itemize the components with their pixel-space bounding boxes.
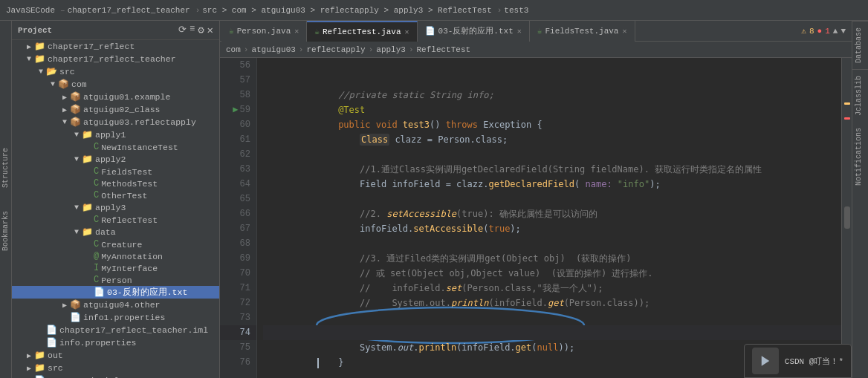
tree-item[interactable]: 📄 info1.properties [12,311,219,324]
reflecttest-tab-icon: ☕ [314,27,320,36]
tree-item[interactable]: C OtherTest [12,189,219,201]
fieldstest-tab-label: FieldsTest.java [545,27,618,36]
txt-tab-icon: 📄 [425,26,435,36]
tree-item[interactable]: C ReflectTest [12,214,219,226]
tree-label: NewInstanceTest [101,143,178,152]
database-tab[interactable]: Database [852,21,868,69]
warning-triangle-icon: ⚠ [801,26,806,36]
sidebar-title: Project [18,26,52,35]
reflecttest-tab-close[interactable]: ✕ [405,27,409,36]
tab-fieldstest[interactable]: ☕ FieldsTest.java ✕ [530,21,635,42]
tree-item-selected[interactable]: 📄 03-反射的应用.txt [12,286,219,299]
fieldstest-tab-close[interactable]: ✕ [622,27,626,36]
reflecttest-tab-label: ReflectTest.java [323,27,401,36]
code-line-59: public void test3() throws Exception { [263,102,841,117]
play-button[interactable] [752,348,779,374]
bookmarks-tab[interactable]: Bookmarks [1,211,10,251]
person-tab-icon: ☕ [229,26,234,36]
tree-label: info.properties [59,338,137,348]
file-name: chapter17_reflect_teacher [68,6,190,15]
tree-label: out [48,351,63,360]
code-line-73: infoField.set(null,"我是一个人"); [263,310,841,325]
sidebar-header: Project ⟳ ≡ ⚙ ✕ [12,21,219,40]
play-icon [759,354,772,368]
tab-person[interactable]: ☕ Person.java ✕ [221,21,307,42]
tree-item[interactable]: C FieldsTest [12,166,219,177]
breadcrumb-part: ReflectTest [417,45,471,54]
person-tab-close[interactable]: ✕ [294,27,299,36]
person-tab-label: Person.java [237,27,291,36]
tree-label: chapter17_reflect_teacher.iml [59,325,208,335]
tree-label: FieldsTest [101,167,152,177]
tree-item[interactable]: ▶ 📦 atguigu01.example [12,91,219,103]
tree-item[interactable]: ▼ 📁 apply3 [12,201,219,214]
code-line-62: //1.通过Class实例调用getDeclaredField(String f… [263,147,841,162]
code-line-70: // infoField.set(Person.class,"我是一个人"); [263,266,841,281]
tree-item[interactable]: 📄 info.properties [12,336,219,349]
warning-count: 8 [809,27,814,36]
tree-label: data [95,227,116,237]
code-content[interactable]: //private static String info; @Test publ… [257,58,841,378]
tree-item[interactable]: C MethodsTest [12,177,219,189]
jclasslib-tab[interactable]: Jclasslib [852,69,868,122]
tree-item[interactable]: ▼ 📂 src [12,65,219,78]
project-sidebar: Project ⟳ ≡ ⚙ ✕ ▶ 📁 chapter17_reflect ▼ … [12,21,220,378]
tree-item[interactable]: ▶ 📁 chapter17_reflect [12,40,219,53]
tree-item[interactable]: ▶ 📁 out [12,349,219,362]
tree-label: src [48,363,63,373]
tree-label: Person [101,276,132,285]
up-arrow-icon[interactable]: ▲ [833,27,838,36]
sync-icon[interactable]: ⟳ [178,24,187,36]
tree-item[interactable]: I MyInterface [12,262,219,274]
notifications-tab[interactable]: Notifications [852,122,868,192]
close-sidebar-icon[interactable]: ✕ [207,24,213,36]
tabs-bar: ☕ Person.java ✕ ☕ ReflectTest.java ✕ 📄 0… [220,21,852,42]
tree-label: com [71,79,87,89]
code-line-67 [263,221,841,236]
tab-reflecttest[interactable]: ☕ ReflectTest.java ✕ [307,21,417,42]
breadcrumb: com › atguigu03 › reflectapply › apply3 … [220,42,852,58]
structure-tab[interactable]: Structure [1,148,10,188]
code-line-58: @Test [263,88,841,102]
code-editor[interactable]: 56 57 58 ▶59 60 61 62 63 64 65 66 67 68 … [220,58,852,378]
code-line-68: //3. 通过Filed类的实例调用get(Object obj) (获取的操作… [263,236,841,251]
tree-label: apply1 [95,130,126,140]
tree-item[interactable]: ▼ 📁 data [12,226,219,238]
settings-icon[interactable]: ⚙ [198,24,204,36]
error-icon: ● [817,27,823,36]
code-line-60: Class clazz = Person.class; [263,117,841,132]
code-line-63: Field infoField = clazz.getDeclaredField… [263,162,841,177]
down-arrow-icon[interactable]: ▼ [841,27,846,36]
tree-label: 03-反射的应用.txt [107,287,187,298]
scrollbar[interactable] [841,58,852,378]
tree-item[interactable]: 📄 JavaSECode.iml [12,374,219,378]
tree-item[interactable]: ▼ 📁 chapter17_reflect_teacher [12,53,219,65]
tree-item[interactable]: ▼ 📁 apply2 [12,153,219,166]
tree-item[interactable]: @ MyAnnotation [12,250,219,262]
tree-label: MyInterface [101,264,158,273]
tree-item[interactable]: ▼ 📦 atguigu03.reflectapply [12,116,219,128]
tree-item[interactable]: C NewInstanceTest [12,141,219,153]
tree-item[interactable]: ▶ 📁 src [12,362,219,374]
app-name: JavaSECode [6,6,55,15]
tree-item[interactable]: ▶ 📦 atguigu04.other [12,299,219,311]
file-path: src > com > atguigu03 > reflectapply > a… [202,6,491,15]
txt-tab-close[interactable]: ✕ [517,27,522,36]
tree-item[interactable]: 📄 chapter17_reflect_teacher.iml [12,324,219,336]
breadcrumb-part: apply3 [376,45,406,54]
tree-item[interactable]: ▶ 📦 atguigu02_class [12,103,219,116]
csdn-area [859,372,862,378]
tree-label: atguigu02_class [83,105,161,114]
breadcrumb-part: reflectapply [306,45,365,54]
right-panel: Database Jclasslib Notifications [852,21,868,378]
tree-item[interactable]: ▼ 📦 com [12,78,219,91]
tree-item[interactable]: ▼ 📁 apply1 [12,128,219,141]
tab-txt[interactable]: 📄 03-反射的应用.txt ✕ [418,21,530,42]
collapse-icon[interactable]: ≡ [190,24,195,36]
tree-item[interactable]: C Person [12,274,219,286]
tree-label: src [59,67,75,76]
run-gutter-icon[interactable]: ▶ [233,102,238,117]
tree-item[interactable]: C Creature [12,238,219,250]
tree-label: info1.properties [83,313,165,322]
code-line-65: //2. setAccessible(true): 确保此属性是可以访问的 [263,192,841,206]
